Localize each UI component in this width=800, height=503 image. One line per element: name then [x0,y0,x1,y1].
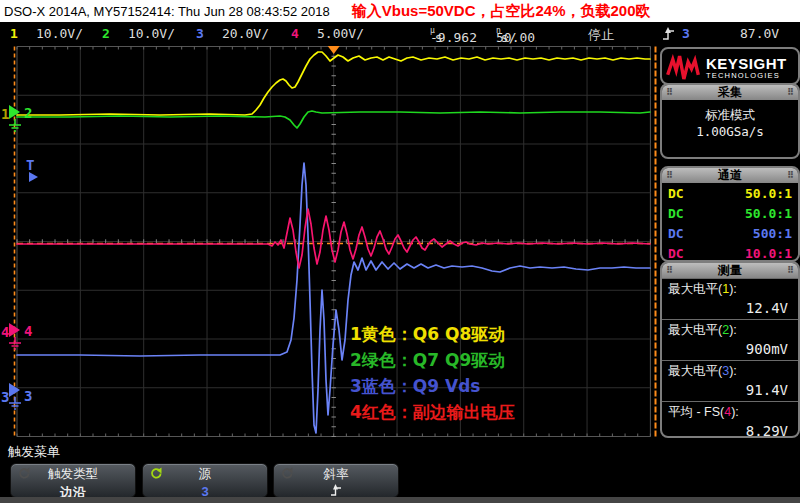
grid-lines [17,47,650,437]
softkey-trigger-type[interactable]: 触发类型 边沿 [10,463,136,498]
timebase-readout[interactable]: 50.00ns/ [496,26,501,41]
acquisition-panel-header[interactable]: ⠿ 采集 ⠿ [662,85,798,100]
meas1-label: 最大电平( [668,282,722,296]
measurement-row: 最大电平(2): 900mV [662,319,798,360]
meas3-label: 最大电平( [668,364,722,378]
grip-icon[interactable]: ⠿ [787,171,794,180]
measurement-row: 最大电平(3): 91.4V [662,360,798,401]
channel-row-4[interactable]: DC 10.0:1 [662,243,798,262]
channels-panel: ⠿ 通道 ⠿ DC 50.0:1 DC 50.0:1 DC 500:1 DC 1… [660,166,800,262]
meas2-label: 最大电平( [668,323,722,337]
ch4-number[interactable]: 4 [291,26,299,41]
brand-panel: KEYSIGHT TECHNOLOGIES [660,47,800,85]
ch3-probe-ratio: 500:1 [753,226,792,241]
sample-rate: 1.00GSa/s [662,123,798,140]
measure-panel: ⠿ 测量 ⠿ 最大电平(1): 12.4V 最大电平(2): 900mV 最大电… [660,261,800,438]
trigger-source[interactable]: 3 [682,26,690,41]
measure-panel-header[interactable]: ⠿ 测量 ⠿ [662,263,798,278]
knob-icon [279,467,293,480]
ch2-probe-ratio: 50.0:1 [745,206,792,221]
brand-sub: TECHNOLOGIES [706,71,787,80]
waveform-graticule: 1 2 T 4 4 3 3 1黄色：Q6 Q8驱动 2绿色：Q7 Q9驱动 3蓝… [0,46,658,438]
trigger-slope-icon [662,27,675,44]
channel-row-2[interactable]: DC 50.0:1 [662,203,798,223]
ch4-coupling: DC [668,246,684,261]
device-id-text: DSO-X 2014A, MY57152414: Thu Jun 28 08:4… [4,4,330,19]
brand-name: KEYSIGHT [706,56,787,71]
user-note-text: 输入Vbus=50VDC，占空比24%，负载200欧 [352,2,651,21]
measure-title: 测量 [673,262,787,279]
ch1-marker-label: 1 [1,106,9,122]
ch3-number[interactable]: 3 [196,26,204,41]
title-bar: DSO-X 2014A, MY57152414: Thu Jun 28 08:4… [0,0,800,22]
softkey-trigger-slope[interactable]: 斜率 [273,463,399,498]
run-state[interactable]: 停止 [588,26,614,44]
ch3-coupling: DC [668,226,684,241]
grip-icon[interactable]: ⠿ [666,266,673,275]
ch4-scale[interactable]: 5.00V/ [317,26,364,41]
keysight-spark-icon [666,54,700,82]
meas4-value: 8.29V [668,421,792,438]
grip-icon[interactable]: ⠿ [666,88,673,97]
ch2-number[interactable]: 2 [102,26,110,41]
ch3-marker-label: 3 [24,388,32,404]
meas4-label: 平均 - FS( [668,405,724,419]
ch2-scale[interactable]: 10.0V/ [128,26,175,41]
grip-icon[interactable]: ⠿ [787,266,794,275]
annotation-ch1: 1黄色：Q6 Q8驱动 [350,324,505,344]
ch1-coupling: DC [668,186,684,201]
ch1-number[interactable]: 1 [10,26,18,41]
bottom-strip [0,497,800,503]
meas3-value: 91.4V [668,380,792,398]
acquisition-title: 采集 [673,84,787,101]
ch1-probe-ratio: 50.0:1 [745,186,792,201]
channel-row-3[interactable]: DC 500:1 [662,223,798,243]
ch4-marker-label: 4 [24,323,32,339]
trigger-arrow-icon [29,172,38,182]
ch4-marker-glyph: 4 [1,324,9,340]
trigger-level[interactable]: 87.0V [740,26,779,41]
ch4-probe-ratio: 10.0:1 [745,246,792,261]
meas2-value: 900mV [668,339,792,357]
menu-title: 触发菜单 [8,443,60,461]
annotation-ch2: 2绿色：Q7 Q9驱动 [350,350,505,370]
channel-row-1[interactable]: DC 50.0:1 [662,183,798,203]
channels-panel-header[interactable]: ⠿ 通道 ⠿ [662,168,798,183]
annotation-ch3: 3蓝色：Q9 Vds [350,376,480,396]
knob-active-icon [148,467,162,480]
meas1-value: 12.4V [668,298,792,316]
measurement-row: 平均 - FS(4): 8.29V [662,401,798,438]
acquisition-mode: 标准模式 [662,106,798,123]
annotation-ch4: 4红色：副边输出电压 [350,402,515,422]
ch3-marker-glyph: 3 [1,389,9,405]
channels-title: 通道 [673,167,787,184]
acquisition-panel: ⠿ 采集 ⠿ 标准模式 1.00GSa/s [660,83,800,159]
ch3-scale[interactable]: 20.0V/ [222,26,269,41]
oscilloscope-screen: DSO-X 2014A, MY57152414: Thu Jun 28 08:4… [0,0,800,503]
ch2-marker-label: 2 [24,105,32,121]
knob-icon [16,467,30,480]
status-bar: 1 10.0V/ 2 10.0V/ 3 20.0V/ 4 5.00V/ -9.9… [0,22,800,46]
delay-readout[interactable]: -9.962µs [430,26,435,41]
ch1-scale[interactable]: 10.0V/ [36,26,83,41]
grip-icon[interactable]: ⠿ [787,88,794,97]
ground-icon [9,119,21,131]
measurement-row: 最大电平(1): 12.4V [662,278,798,319]
grip-icon[interactable]: ⠿ [666,171,673,180]
ch2-coupling: DC [668,206,684,221]
trigger-level-marker[interactable]: T [26,157,38,182]
softkey-trigger-source[interactable]: 源 3 [142,463,268,498]
trigger-t-label: T [26,157,34,173]
